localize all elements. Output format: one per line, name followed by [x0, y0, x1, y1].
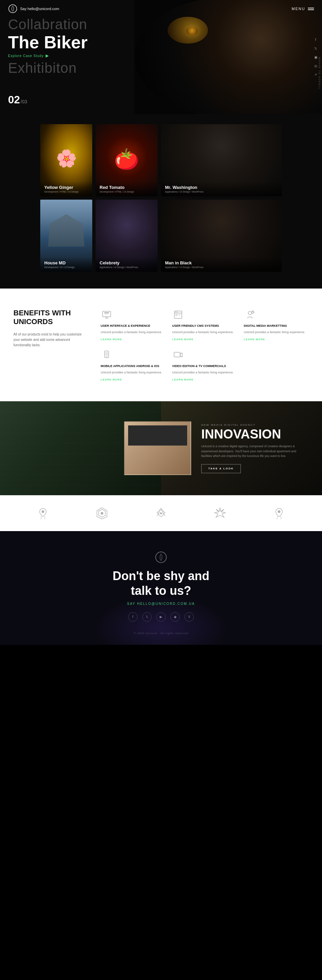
svg-rect-9	[178, 314, 181, 315]
svg-rect-2	[104, 312, 109, 313]
portfolio-item-red-tomato[interactable]: Red Tomato Development / HTML / UI Desig…	[95, 124, 158, 196]
portfolio-item-tags: Development / UI / UI Design	[44, 266, 88, 269]
benefit-title: DIGITAL MEDIA MARKETTING	[244, 324, 309, 328]
footer-cta-line1: Don't be shy and	[113, 569, 209, 583]
svg-point-11	[175, 312, 176, 312]
benefit-item-video: VIDEO EDITION & TV COMMERCIALS Unicord p…	[172, 349, 237, 381]
portfolio-item-title: Man in Black	[165, 260, 278, 266]
hero-explore[interactable]: Explore Case Study ▶	[8, 53, 87, 58]
footer-social-twitter[interactable]: 𝕏	[142, 612, 152, 622]
portfolio-item-title: Mr. Washington	[165, 185, 278, 190]
footer-social-instagram[interactable]: ◉	[170, 612, 180, 622]
benefit-link[interactable]: LEARN MORE	[101, 338, 165, 341]
header: Say hello@unicord.com MENU	[0, 0, 322, 18]
footer-logo-icon	[155, 551, 167, 563]
portfolio-overlay: Yellow Ginger Development / HTML / UI De…	[40, 181, 92, 196]
counter-current: 02	[8, 94, 20, 106]
social-facebook-icon[interactable]: f	[313, 37, 318, 42]
portfolio-item-mr-washington[interactable]: Mr. Washington Applications / UI Design …	[161, 124, 282, 196]
portfolio-item-yellow-ginger[interactable]: Yellow Ginger Development / HTML / UI De…	[40, 124, 92, 196]
svg-point-14	[248, 311, 252, 315]
navigation: MENU	[292, 7, 314, 11]
hero-exhibition: Exhitibiton	[8, 60, 87, 76]
innovation-label: NEW MEDIA DIGITAL AGENCY	[201, 424, 302, 427]
footer-email[interactable]: SAY HELLO@UNICORD.COM.UA	[13, 602, 309, 606]
social-instagram-icon[interactable]: ▣	[313, 55, 318, 59]
footer-social-youtube[interactable]: ▶	[156, 612, 166, 622]
footer-social-vimeo[interactable]: V	[184, 612, 194, 622]
portfolio-row-2: House MD Development / UI / UI Design Ce…	[40, 200, 282, 272]
benefits-grid: USER INTERFACE & EXPERIENCE Unicord prov…	[101, 309, 309, 381]
portfolio-item-title: House MD	[44, 260, 88, 266]
portfolio-item-house-md[interactable]: House MD Development / UI / UI Design	[40, 200, 92, 272]
logo[interactable]: Say hello@unicord.com	[8, 4, 59, 13]
svg-point-21	[101, 512, 103, 515]
innovation-title: INNOVASION	[201, 428, 302, 441]
benefit-link[interactable]: LEARN MORE	[172, 338, 237, 341]
benefit-item-cms: USER FRIENDLY CMS SYSTEMS Unicord provid…	[172, 309, 237, 341]
benefit-link[interactable]: LEARN MORE	[101, 378, 165, 381]
hero-counter: 02 /03	[8, 94, 27, 106]
portfolio-overlay: Celebrety Applications / UI Design / Wor…	[95, 257, 158, 272]
portfolio-overlay: Man in Black Applications / UI Design / …	[161, 257, 282, 272]
benefit-item-ui: USER INTERFACE & EXPERIENCE Unicord prov…	[101, 309, 165, 341]
portfolio-item-title: Celebrety	[100, 260, 154, 266]
partner-logo-1	[35, 505, 51, 522]
benefit-link[interactable]: LEARN MORE	[172, 378, 237, 381]
partner-logo-3	[152, 505, 170, 522]
benefits-heading: BENEFITS WITH UNICORDS	[13, 309, 87, 326]
benefit-icon-mobile	[101, 349, 113, 361]
svg-rect-18	[105, 352, 108, 356]
social-share-icon[interactable]: ↗	[313, 72, 318, 77]
benefit-title: USER INTERFACE & EXPERIENCE	[101, 324, 165, 328]
benefit-desc: Unicord provides a fantastic living expe…	[172, 371, 237, 375]
counter-total: /03	[21, 99, 27, 104]
portfolio-item-tags: Development / HTML / UI Design	[44, 191, 88, 193]
partner-logo-5	[271, 505, 287, 522]
svg-rect-19	[174, 352, 180, 357]
portfolio-section: Yellow Ginger Development / HTML / UI De…	[0, 114, 322, 288]
hero-scroll-label: MOUSE TO SCROLL	[318, 57, 320, 89]
portfolio-item-tags: Applications / UI Design / WordPress	[165, 191, 278, 193]
portfolio-item-tags: Applications / UI Design / WordPress	[165, 266, 278, 269]
benefit-icon-cms	[172, 309, 184, 321]
social-pin-icon[interactable]: ◎	[313, 64, 318, 68]
footer-copyright: © 2020 Unicord - All rights reserved	[13, 632, 309, 635]
portfolio-item-title: Yellow Ginger	[44, 185, 88, 190]
portfolio-overlay: Red Tomato Development / HTML / UI Desig…	[95, 181, 158, 196]
portfolio-item-celebrety[interactable]: Celebrety Applications / UI Design / Wor…	[95, 200, 158, 272]
benefit-link[interactable]: LEARN MORE	[244, 338, 309, 341]
svg-point-13	[177, 312, 178, 312]
benefit-item-mobile: MOBILE APPLICATIONS ANDROID & IOS Unicor…	[101, 349, 165, 381]
explore-label: Explore Case Study	[8, 54, 44, 58]
svg-point-22	[160, 512, 162, 514]
partners-section	[0, 495, 322, 531]
benefit-desc: Unicord provides a fantastic living expe…	[172, 330, 237, 335]
svg-rect-3	[104, 314, 108, 315]
svg-point-23	[278, 510, 281, 513]
benefit-title: MOBILE APPLICATIONS ANDROID & IOS	[101, 364, 165, 368]
benefit-title: VIDEO EDITION & TV COMMERCIALS	[172, 364, 237, 368]
partner-logo-4	[212, 505, 228, 522]
portfolio-item-title: Red Tomato	[100, 185, 154, 190]
footer-cta-line2: talk to us?	[131, 584, 191, 598]
benefits-left: BENEFITS WITH UNICORDS All of our produc…	[13, 309, 87, 381]
hero-title: The Biker	[8, 33, 87, 52]
social-twitter-icon[interactable]: 𝕏	[313, 46, 318, 51]
footer-social: f 𝕏 ▶ ◉ V	[13, 612, 309, 622]
portfolio-overlay: Mr. Washington Applications / UI Design …	[161, 181, 282, 196]
hero-social-links: f 𝕏 ▣ ◎ ↗	[313, 37, 318, 77]
menu-toggle[interactable]	[308, 8, 314, 10]
benefit-desc: Unicord provides a fantastic living expe…	[101, 371, 165, 375]
portfolio-item-man-in-black[interactable]: Man in Black Applications / UI Design / …	[161, 200, 282, 272]
benefit-icon-ui	[101, 309, 113, 321]
innovation-button[interactable]: TAKE A LOOK	[201, 464, 241, 473]
portfolio-overlay: House MD Development / UI / UI Design	[40, 257, 92, 272]
benefits-layout: BENEFITS WITH UNICORDS All of our produc…	[13, 309, 309, 381]
svg-point-20	[41, 510, 44, 513]
svg-point-24	[155, 552, 167, 563]
footer-social-facebook[interactable]: f	[128, 612, 138, 622]
benefit-icon-video	[172, 349, 184, 361]
innovation-content: NEW MEDIA DIGITAL AGENCY INNOVASION Unic…	[201, 424, 302, 473]
footer-logo	[13, 551, 309, 563]
